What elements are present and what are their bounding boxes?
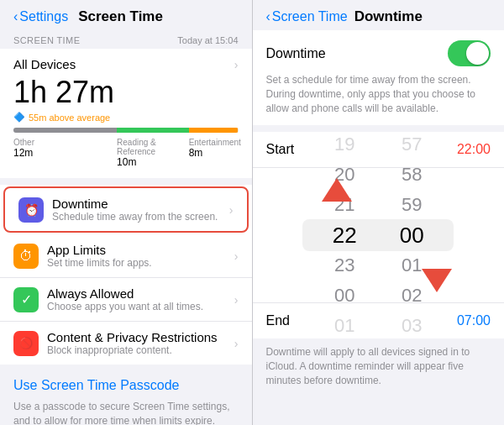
end-description: Downtime will apply to all devices signe… — [253, 338, 505, 394]
all-devices-row[interactable]: All Devices › — [13, 57, 239, 71]
left-panel: ‹ Settings Screen Time Screen Time Today… — [0, 0, 252, 425]
picker-min-7: 03 — [395, 313, 428, 338]
right-chevron-icon: ‹ — [266, 9, 270, 24]
downtime-text: Downtime Schedule time away from the scr… — [52, 197, 229, 223]
picker-hours-column: 19 20 21 22 23 00 01 — [328, 132, 361, 338]
applimits-subtitle: Set time limits for apps. — [47, 257, 234, 269]
left-back-label: Settings — [19, 9, 68, 24]
start-label: Start — [266, 142, 295, 157]
downtime-toggle-row: Downtime — [266, 40, 491, 66]
applimits-chevron: › — [234, 249, 239, 263]
privacy-icon: 🚫 — [13, 331, 39, 356]
toggle-knob — [466, 42, 489, 65]
right-nav-bar: ‹ Screen Time Downtime — [253, 0, 505, 30]
arrow-down-icon — [422, 269, 452, 292]
alwaysallowed-chevron: › — [234, 293, 239, 307]
applimits-title: App Limits — [47, 243, 234, 257]
end-label: End — [266, 313, 290, 328]
end-value: 07:00 — [457, 313, 491, 328]
downtime-description: Set a schedule for time away from the sc… — [266, 73, 491, 115]
arrow-up-icon — [322, 178, 352, 202]
passcode-link-text[interactable]: Use Screen Time Passcode — [13, 378, 179, 392]
screen-time-card: All Devices › 1h 27m 🔷 55m above average… — [0, 49, 252, 178]
picker-hour-5: 23 — [328, 253, 361, 278]
above-avg-row: 🔷 55m above average — [13, 112, 239, 123]
avg-icon: 🔷 — [13, 112, 25, 123]
left-nav-bar: ‹ Settings Screen Time — [0, 0, 252, 30]
picker-minutes-column: 57 58 59 00 01 02 03 — [395, 132, 428, 338]
bar-label-entertainment: Entertainment 8m — [189, 138, 239, 168]
downtime-subtitle: Schedule time away from the screen. — [52, 211, 229, 223]
picker-min-1: 57 — [395, 132, 428, 157]
privacy-subtitle: Block inappropriate content. — [47, 344, 234, 356]
downtime-title: Downtime — [52, 197, 229, 211]
privacy-text: Content & Privacy Restrictions Block ina… — [47, 330, 234, 356]
bar-entertainment — [189, 128, 239, 133]
applimits-icon: ⏱ — [13, 244, 39, 269]
menu-section: ⏰ Downtime Schedule time away from the s… — [0, 185, 252, 365]
right-back-label: Screen Time — [272, 9, 348, 24]
bar-reading — [117, 128, 189, 133]
picker-min-3: 59 — [395, 192, 428, 218]
bar-labels: Other 12m Reading & Reference 10m Entert… — [13, 138, 239, 168]
downtime-toggle-label: Downtime — [266, 46, 326, 61]
picker-columns: 19 20 21 22 23 00 01 57 58 59 00 01 02 0… — [328, 132, 428, 338]
right-panel: ‹ Screen Time Downtime Downtime Set a sc… — [253, 0, 505, 425]
left-back-button[interactable]: ‹ Settings — [13, 9, 68, 24]
time-picker[interactable]: 19 20 21 22 23 00 01 57 58 59 00 01 02 0… — [253, 168, 505, 302]
picker-hour-1: 19 — [328, 132, 361, 157]
alwaysallowed-icon: ✓ — [13, 287, 39, 312]
all-devices-chevron: › — [234, 58, 239, 71]
total-time: 1h 27m — [13, 75, 239, 110]
menu-item-alwaysallowed[interactable]: ✓ Always Allowed Choose apps you want at… — [0, 278, 252, 322]
bar-label-reading: Reading & Reference 10m — [117, 138, 189, 168]
privacy-chevron: › — [234, 337, 239, 350]
downtime-toggle[interactable] — [448, 40, 491, 66]
left-chevron-icon: ‹ — [13, 9, 18, 24]
menu-item-privacy[interactable]: 🚫 Content & Privacy Restrictions Block i… — [0, 322, 252, 365]
alwaysallowed-text: Always Allowed Choose apps you want at a… — [47, 286, 234, 312]
downtime-chevron: › — [229, 203, 234, 217]
alwaysallowed-subtitle: Choose apps you want at all times. — [47, 301, 234, 312]
start-value: 22:00 — [457, 142, 491, 157]
menu-item-applimits[interactable]: ⏱ App Limits Set time limits for apps. › — [0, 234, 252, 278]
section-date: Today at 15:04 — [177, 35, 238, 45]
picker-min-selected: 00 — [395, 223, 428, 248]
all-devices-label: All Devices — [13, 57, 76, 71]
picker-hour-7: 01 — [328, 313, 361, 338]
usage-bar — [13, 128, 239, 133]
picker-hour-6: 00 — [328, 283, 361, 308]
right-nav-title: Downtime — [354, 8, 423, 25]
applimits-text: App Limits Set time limits for apps. — [47, 243, 234, 269]
section-header: Screen Time Today at 15:04 — [0, 30, 252, 49]
picker-hour-selected: 22 — [328, 223, 361, 248]
bar-label-other: Other 12m — [13, 138, 117, 168]
downtime-card: Downtime Set a schedule for time away fr… — [253, 30, 505, 125]
downtime-icon: ⏰ — [18, 197, 44, 223]
above-avg-label: 55m above average — [29, 113, 110, 123]
section-label: Screen Time — [13, 35, 80, 45]
menu-item-downtime[interactable]: ⏰ Downtime Schedule time away from the s… — [3, 186, 249, 233]
bar-other — [13, 128, 117, 133]
passcode-desc: Use a passcode to secure Screen Time set… — [0, 396, 252, 425]
passcode-link[interactable]: Use Screen Time Passcode — [0, 365, 252, 396]
privacy-title: Content & Privacy Restrictions — [47, 330, 234, 344]
right-back-button[interactable]: ‹ Screen Time — [266, 9, 348, 24]
alwaysallowed-title: Always Allowed — [47, 286, 234, 301]
picker-min-2: 58 — [395, 162, 428, 187]
left-nav-title: Screen Time — [78, 8, 163, 25]
